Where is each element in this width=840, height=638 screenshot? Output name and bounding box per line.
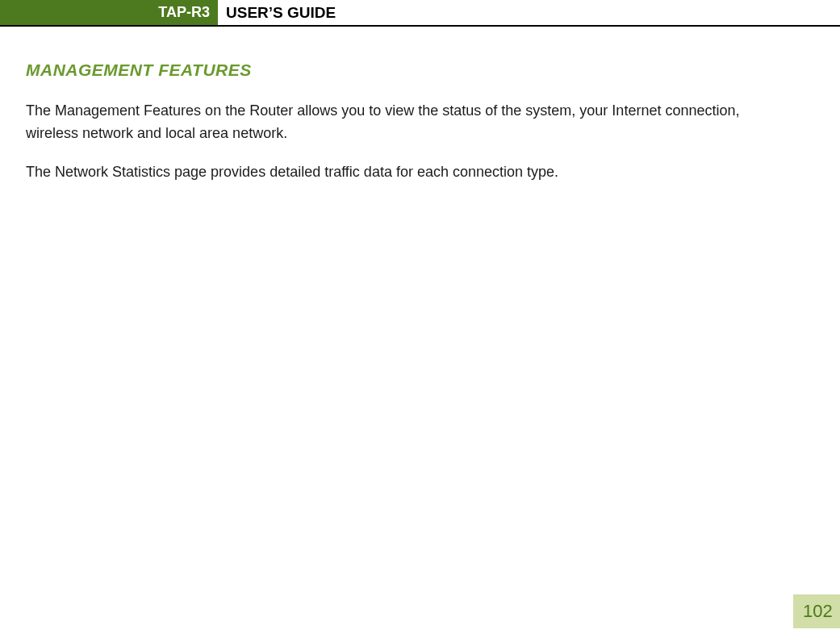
paragraph-intro: The Management Features on the Router al… [26, 100, 792, 145]
page-header: TAP-R3 USER’S GUIDE [0, 0, 840, 27]
paragraph-statistics: The Network Statistics page provides det… [26, 161, 792, 184]
document-title: USER’S GUIDE [218, 0, 336, 25]
page-number: 102 [793, 594, 840, 628]
page-content: MANAGEMENT FEATURES The Management Featu… [0, 60, 840, 184]
section-heading: MANAGEMENT FEATURES [26, 60, 792, 80]
product-badge: TAP-R3 [0, 0, 218, 25]
